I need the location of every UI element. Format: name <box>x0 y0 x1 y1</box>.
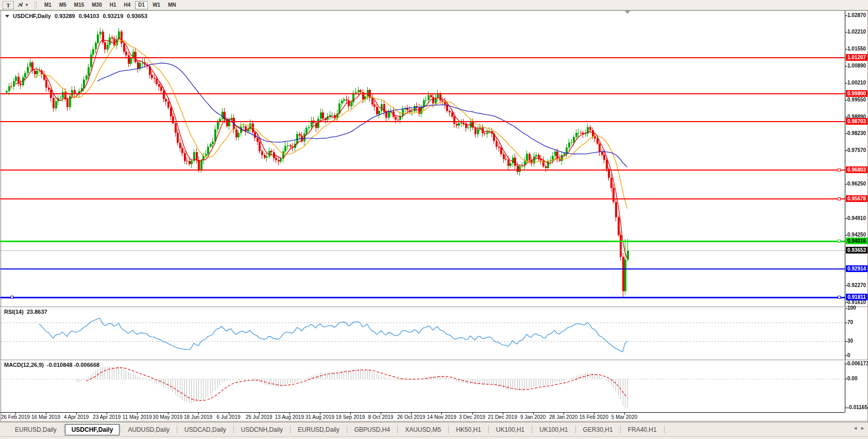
tab-scroll-left-icon[interactable]: ◂ <box>854 425 857 431</box>
symbol-label: USDCHF,Daily <box>13 13 51 19</box>
tab-separator <box>532 426 532 433</box>
tab-separator <box>488 426 489 433</box>
timeframe-buttons: M1M5M15M30H1H4D1W1MN <box>41 1 179 9</box>
tab-separator <box>233 426 234 433</box>
timeframe-button-m15[interactable]: M15 <box>71 1 87 9</box>
toolbar-grip[interactable] <box>35 2 37 9</box>
arrange-windows-button[interactable]: ▾ <box>14 1 31 9</box>
timeframe-button-m5[interactable]: M5 <box>56 1 70 9</box>
tab-fra40-h1[interactable]: FRA40,H1 <box>621 424 663 435</box>
arrange-icon <box>17 2 24 9</box>
rsi-label: RSI(14) <box>4 309 24 315</box>
chart-title: USDCHF,Daily 0.93289 0.94103 0.93219 0.9… <box>5 13 147 19</box>
tab-audusd-daily[interactable]: AUDUSD,Daily <box>121 424 176 435</box>
tab-separator <box>620 426 621 433</box>
tab-separator <box>290 426 291 433</box>
tab-usdchf-daily[interactable]: USDCHF,Daily <box>65 424 120 435</box>
macd-values: -0.010848 -0.006668 <box>47 362 99 368</box>
ohlc-high: 0.94103 <box>79 13 99 19</box>
macd-indicator-title: MACD(12,26,9) -0.010848 -0.006668 <box>4 362 99 368</box>
tab-separator <box>664 426 665 433</box>
tab-usdcad-daily[interactable]: USDCAD,Daily <box>178 424 233 435</box>
tab-xauusd-m5[interactable]: XAUUSD,M5 <box>398 424 448 435</box>
timeframe-button-mn[interactable]: MN <box>165 1 179 9</box>
tab-uk100-h1[interactable]: UK100,H1 <box>489 424 531 435</box>
top-toolbar: T ▾ M1M5M15M30H1H4D1W1MN <box>0 0 868 10</box>
tab-hk50-h1[interactable]: HK50,H1 <box>449 424 488 435</box>
tab-usdcnh-daily[interactable]: USDCNH,Daily <box>234 424 290 435</box>
timeframe-button-h1[interactable]: H1 <box>107 1 120 9</box>
tab-separator <box>177 426 177 433</box>
tab-separator <box>448 426 449 433</box>
ohlc-low: 0.93219 <box>103 13 124 19</box>
timeframe-button-w1[interactable]: W1 <box>149 1 163 9</box>
tab-eurusd-daily[interactable]: EURUSD,Daily <box>8 424 63 435</box>
tab-separator <box>575 426 576 433</box>
chart-canvas[interactable] <box>0 0 868 439</box>
tab-separator <box>347 426 347 433</box>
ohlc-open: 0.93289 <box>55 13 75 19</box>
tab-gbpusd-h4[interactable]: GBPUSD,H4 <box>348 424 397 435</box>
ohlc-close: 0.93653 <box>127 13 147 19</box>
rsi-value: 23.8637 <box>27 309 47 315</box>
timeframe-button-m1[interactable]: M1 <box>41 1 55 9</box>
text-tool-button[interactable]: T <box>3 1 14 9</box>
chevron-down-icon: ▾ <box>26 3 28 7</box>
timeframe-button-h4[interactable]: H4 <box>121 1 134 9</box>
status-bar-strip <box>0 436 868 439</box>
tab-uk100-h1[interactable]: UK100,H1 <box>533 424 574 435</box>
tab-separator <box>397 426 398 433</box>
rsi-indicator-title: RSI(14) 23.8637 <box>4 309 47 315</box>
tab-scroll-arrows: ◂ ▸ <box>854 425 864 431</box>
tab-ger30-h1[interactable]: GER30,H1 <box>576 424 620 435</box>
timeframe-button-m30[interactable]: M30 <box>89 1 105 9</box>
tab-separator <box>120 426 121 433</box>
tab-separator <box>64 426 64 433</box>
tab-scroll-right-icon[interactable]: ▸ <box>861 425 864 431</box>
macd-label: MACD(12,26,9) <box>4 362 44 368</box>
tab-eurusd-daily[interactable]: EURUSD,Daily <box>291 424 346 435</box>
chart-tab-bar: EURUSD,DailyUSDCHF,DailyAUDUSD,DailyUSDC… <box>0 422 868 436</box>
collapse-arrow-icon[interactable] <box>5 15 9 18</box>
timeframe-button-d1[interactable]: D1 <box>135 1 148 9</box>
